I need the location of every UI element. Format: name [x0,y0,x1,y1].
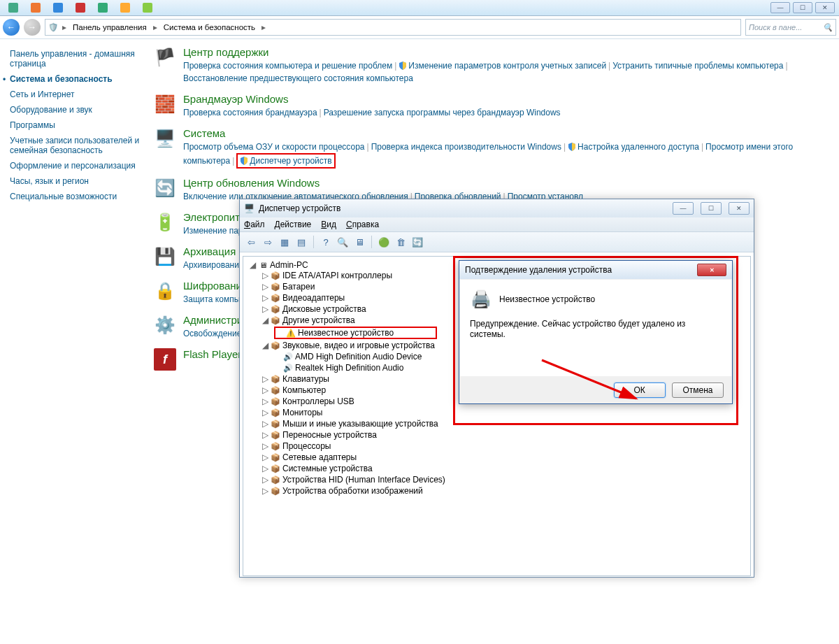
menu-item[interactable]: Файл [244,220,265,229]
category-title[interactable]: Система [183,127,825,139]
devmgr-titlebar[interactable]: 🖥️ Диспетчер устройств — ☐ ✕ [240,199,754,217]
sidebar-item[interactable]: Учетные записи пользователей и семейная … [10,133,143,158]
control-panel-icon: 🛡️ [48,22,58,32]
category-icon: 🔄 [154,177,176,199]
tool-back-icon[interactable]: ⇦ [244,235,258,249]
category-link[interactable]: Устранить типичные проблемы компьютера [612,61,783,71]
tool-properties-icon[interactable]: ▤ [294,235,308,249]
tab[interactable] [92,1,113,14]
category-link[interactable]: Восстановление предшествующего состояния… [183,73,413,83]
tree-node[interactable]: ▷📦Системные устройства [261,463,746,474]
menu-item[interactable]: Справка [346,220,379,229]
tree-node[interactable]: ▷📦Процессоры [261,441,746,452]
devmgr-title: Диспетчер устройств [259,203,340,213]
address-bar[interactable]: 🛡️ ▸ Панель управления ▸ Система и безоп… [45,19,741,36]
minimize-button[interactable]: — [770,2,790,13]
dialog-titlebar[interactable]: Подтверждение удаления устройства ✕ [459,261,732,279]
category-links: Проверка состояния брандмауэра|Разрешени… [183,106,825,119]
dialog-close-button[interactable]: ✕ [697,264,726,276]
category-icon: 🖥️ [154,127,176,150]
close-button[interactable]: ✕ [815,2,835,13]
tab[interactable] [3,1,24,14]
search-input[interactable]: Поиск в пане... 🔍 [745,19,836,36]
devmgr-menubar: ФайлДействиеВидСправка [240,217,754,232]
category-row: 🏴Центр поддержкиПроверка состояния компь… [154,46,825,85]
sidebar-item[interactable]: Специальные возможности [10,189,143,204]
tool-update-icon[interactable]: 🖥 [352,235,366,249]
tool-uninstall-icon[interactable]: 🗑 [394,235,408,249]
tool-refresh-icon[interactable]: 🔄 [410,235,424,249]
tree-node[interactable]: ▷📦Устройства HID (Human Interface Device… [261,474,746,485]
tab[interactable] [25,1,46,14]
tab[interactable] [48,1,69,14]
back-button[interactable]: ← [3,19,20,36]
separator [371,236,372,248]
category-icon: 🔋 [154,211,176,234]
devmgr-toolbar: ⇦ ⇨ ▦ ▤ ? 🔍 🖥 🟢 🗑 🔄 [240,232,754,252]
browser-tabstrip: — ☐ ✕ [0,0,839,16]
tab[interactable] [70,1,91,14]
category-icon: 🏴 [154,46,176,69]
dialog-device-name: Неизвестное устройство [499,294,595,304]
category-icon: 🔒 [154,280,176,302]
ok-button[interactable]: ОК [614,382,666,398]
tree-node[interactable]: ▷📦Устройства обработки изображений [261,485,746,496]
category-link[interactable]: Проверка индекса производительности Wind… [371,142,561,152]
category-link[interactable]: Проверка состояния брандмауэра [183,108,317,117]
sidebar-item[interactable]: Программы [10,117,143,133]
category-links: Просмотр объема ОЗУ и скорости процессор… [183,141,825,169]
cancel-button[interactable]: Отмена [672,382,724,398]
category-title[interactable]: Брандмауэр Windows [183,93,825,105]
confirm-delete-dialog: Подтверждение удаления устройства ✕ 🖨️ Н… [459,260,733,404]
menu-item[interactable]: Вид [321,220,336,229]
sidebar-home-link[interactable]: Панель управления - домашняя страница [10,49,143,69]
category-icon: 💾 [154,245,176,268]
category-link[interactable]: Изменение параметров контроля учетных за… [399,61,606,71]
sidebar-item[interactable]: Система и безопасность [10,71,143,87]
breadcrumb-section[interactable]: Система и безопасность [162,22,257,33]
category-row: 🧱Брандмауэр WindowsПроверка состояния бр… [154,93,825,119]
category-links: Проверка состояния компьютера и решение … [183,59,825,85]
devmgr-icon: 🖥️ [244,203,254,213]
tool-help-icon[interactable]: ? [319,235,333,249]
menu-item[interactable]: Действие [275,220,312,229]
search-placeholder: Поиск в пане... [749,23,802,31]
forward-button[interactable]: → [24,19,41,36]
tool-scan-icon[interactable]: 🔍 [336,235,350,249]
maximize-button[interactable]: ☐ [793,2,812,13]
devmgr-minimize[interactable]: — [673,202,694,215]
sidebar-item[interactable]: Часы, язык и регион [10,173,143,189]
category-link[interactable]: Просмотр объема ОЗУ и скорости процессор… [183,142,365,152]
tab[interactable] [115,1,136,14]
separator [313,236,314,248]
tool-forward-icon[interactable]: ⇨ [261,235,275,249]
tree-node[interactable]: ▷📦Переносные устройства [261,429,746,441]
category-link[interactable]: Настройка удаленного доступа [568,142,699,152]
category-link[interactable]: Диспетчер устройств [236,156,335,166]
tree-node[interactable]: ▷📦Сетевые адаптеры [261,452,746,463]
sidebar-item[interactable]: Сеть и Интернет [10,87,143,102]
devmgr-close[interactable]: ✕ [729,202,750,215]
sidebar-item[interactable]: Оборудование и звук [10,102,143,117]
devmgr-maximize[interactable]: ☐ [701,202,722,215]
category-title[interactable]: Центр поддержки [183,46,825,58]
breadcrumb-root[interactable]: Панель управления [71,22,149,33]
dialog-title-text: Подтверждение удаления устройства [465,265,612,275]
sidebar-item[interactable]: Оформление и персонализация [10,158,143,173]
category-title[interactable]: Центр обновления Windows [183,177,825,189]
category-icon: ⚙️ [154,314,176,336]
tab[interactable] [137,1,158,14]
device-icon: 🖨️ [470,288,492,310]
tool-show-icon[interactable]: ▦ [278,235,292,249]
tree-node[interactable]: ▷📦Мыши и иные указывающие устройства [261,418,746,429]
explorer-navrow: ← → 🛡️ ▸ Панель управления ▸ Система и б… [0,16,839,39]
category-row: 🖥️СистемаПросмотр объема ОЗУ и скорости … [154,127,825,169]
category-link[interactable]: Разрешение запуска программы через бранд… [324,108,561,117]
tool-enable-icon[interactable]: 🟢 [377,235,391,249]
category-icon: 🧱 [154,93,176,115]
category-icon: f [154,348,176,371]
search-icon: 🔍 [823,23,833,32]
tree-node[interactable]: ▷📦Мониторы [261,407,746,418]
sidebar: Панель управления - домашняя страница Си… [0,39,150,644]
category-link[interactable]: Проверка состояния компьютера и решение … [183,61,392,71]
